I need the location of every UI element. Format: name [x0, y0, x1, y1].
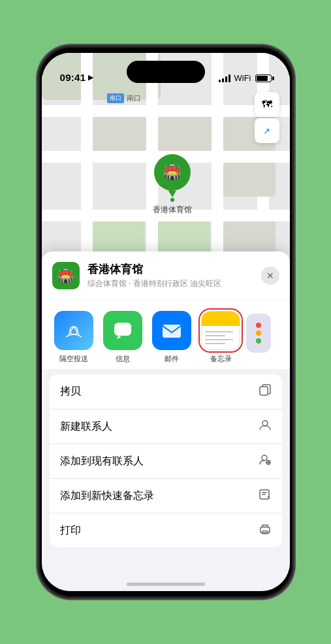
action-copy-label: 拷贝 [60, 385, 81, 398]
action-quick-note[interactable]: 添加到新快速备忘录 [50, 479, 282, 513]
notes-line-4 [205, 343, 225, 344]
notes-line-1 [205, 331, 233, 332]
dot-yellow [256, 330, 261, 336]
messages-label: 信息 [116, 354, 130, 364]
new-contact-icon [259, 419, 272, 434]
airdrop-label: 隔空投送 [59, 354, 88, 364]
dot-red [256, 323, 261, 328]
signal-bar-2 [222, 78, 224, 82]
notes-lines [202, 326, 240, 349]
svg-rect-2 [163, 325, 181, 338]
svg-rect-8 [260, 527, 270, 533]
venue-subtitle: 综合体育馆 · 香港特别行政区 油尖旺区 [87, 278, 253, 289]
mail-label: 邮件 [165, 354, 179, 364]
action-copy[interactable]: 拷贝 [50, 374, 282, 410]
map-label-nankao: 南口 南口 [107, 93, 141, 103]
map-label-badge: 南口 [107, 93, 124, 103]
action-add-contact[interactable]: 添加到现有联系人 [50, 444, 282, 479]
signal-bars [219, 74, 230, 82]
quick-note-icon [259, 488, 272, 504]
action-print[interactable]: 打印 [50, 513, 282, 547]
svg-rect-3 [260, 387, 268, 395]
phone-screen: 09:41 ▶ WiFi [42, 53, 290, 591]
location-arrow-icon: ▶ [88, 73, 93, 82]
notes-line-2 [205, 335, 225, 336]
battery-fill [257, 76, 268, 81]
notes-header-bar [202, 312, 240, 326]
action-new-contact-label: 新建联系人 [60, 420, 112, 434]
home-indicator [127, 583, 205, 586]
location-pin: 🏟️ 香港体育馆 [153, 154, 192, 216]
more-apps-indicator [245, 311, 272, 353]
share-app-mail[interactable]: 邮件 [148, 311, 197, 364]
location-button[interactable]: ↗ [255, 118, 279, 143]
close-button[interactable]: ✕ [261, 266, 279, 285]
dot-green [256, 338, 261, 344]
signal-bar-3 [225, 76, 227, 82]
bottom-sheet: 🏟️ 香港体育馆 综合体育馆 · 香港特别行政区 油尖旺区 ✕ [42, 251, 290, 591]
action-list: 拷贝 新建联系人 [50, 374, 282, 547]
block-2 [158, 117, 212, 151]
map-controls: 🗺 ↗ [255, 92, 279, 143]
pin-dot [170, 198, 174, 202]
action-quick-note-label: 添加到新快速备忘录 [60, 489, 154, 503]
action-new-contact[interactable]: 新建联系人 [50, 410, 282, 444]
messages-icon [103, 311, 142, 350]
share-app-messages[interactable]: 信息 [99, 311, 148, 364]
print-icon [259, 523, 272, 538]
svg-point-5 [262, 455, 267, 460]
location-venue-icon: 🏟️ [52, 262, 80, 289]
copy-icon [259, 383, 272, 400]
more-indicator-dots [246, 314, 271, 353]
battery-icon [255, 74, 272, 82]
action-add-contact-label: 添加到现有联系人 [60, 455, 144, 468]
share-app-airdrop[interactable]: 隔空投送 [50, 311, 99, 364]
svg-rect-9 [262, 531, 268, 534]
signal-bar-4 [229, 74, 230, 82]
road-h1 [42, 105, 290, 117]
map-type-button[interactable]: 🗺 [255, 92, 279, 117]
svg-point-4 [262, 421, 268, 426]
dynamic-island [127, 61, 205, 83]
mail-icon [152, 311, 191, 350]
location-info: 香港体育馆 综合体育馆 · 香港特别行政区 油尖旺区 [87, 262, 253, 289]
venue-name: 香港体育馆 [87, 262, 253, 277]
share-app-notes[interactable]: 备忘录 [197, 311, 245, 364]
pin-icon: 🏟️ [154, 154, 191, 191]
status-time: 09:41 [60, 72, 86, 83]
notes-icon [201, 311, 240, 350]
signal-bar-1 [219, 80, 221, 82]
notes-label: 备忘录 [210, 354, 232, 364]
wifi-icon: WiFi [234, 73, 251, 83]
map-label-text: 南口 [127, 93, 141, 103]
pin-label: 香港体育馆 [153, 204, 192, 216]
status-icons: WiFi [219, 73, 272, 83]
svg-rect-1 [114, 323, 131, 336]
pin-triangle [168, 191, 176, 197]
block-3 [223, 163, 276, 197]
phone-frame: 09:41 ▶ WiFi [39, 46, 293, 598]
notes-content [202, 312, 240, 349]
location-header: 🏟️ 香港体育馆 综合体育馆 · 香港特别行政区 油尖旺区 ✕ [42, 251, 290, 300]
notes-line-3 [205, 339, 233, 340]
block-1 [93, 117, 146, 151]
airdrop-icon [54, 311, 93, 350]
action-print-label: 打印 [60, 524, 81, 538]
share-apps-row: 隔空投送 信息 [42, 300, 290, 369]
add-contact-icon [259, 453, 272, 469]
